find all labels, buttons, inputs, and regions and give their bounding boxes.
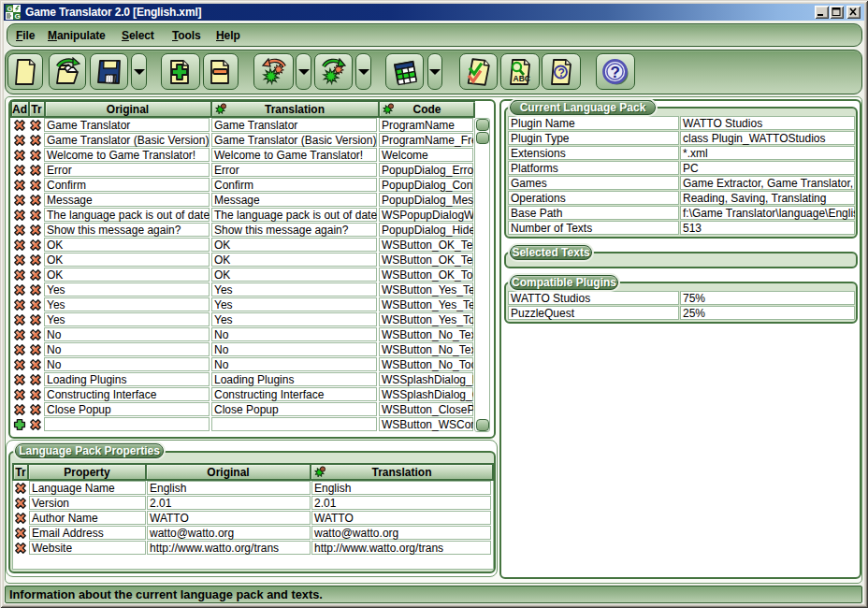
svg-text:G: G bbox=[7, 5, 13, 13]
svg-text:G: G bbox=[15, 12, 21, 20]
svg-text:ABC: ABC bbox=[514, 74, 530, 83]
svg-text:?: ? bbox=[611, 64, 620, 81]
svg-text:?: ? bbox=[558, 65, 565, 79]
